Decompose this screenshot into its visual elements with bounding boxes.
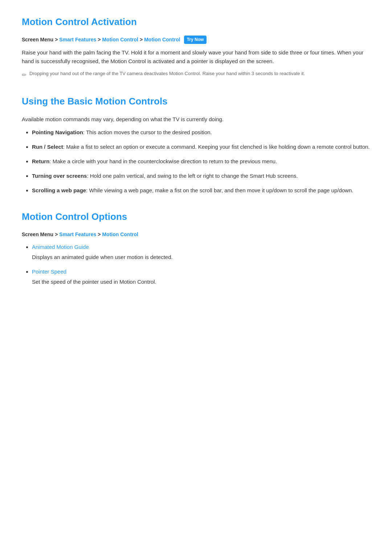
activation-note-text: Dropping your hand out of the range of t… — [29, 70, 305, 78]
options-breadcrumb-smart-features[interactable]: Smart Features — [59, 230, 96, 238]
term-return: Return — [32, 158, 49, 164]
pointer-speed-desc: Set the speed of the pointer used in Mot… — [32, 278, 370, 286]
basic-intro: Available motion commands may vary, depe… — [22, 115, 370, 124]
term-pointing: Pointing Navigation — [32, 129, 83, 135]
activation-section: Motion Control Activation Screen Menu > … — [22, 15, 370, 79]
breadcrumb-motion-control-1[interactable]: Motion Control — [102, 36, 138, 44]
options-breadcrumb-screen-menu: Screen Menu — [22, 230, 53, 238]
pointer-speed-link[interactable]: Pointer Speed — [32, 268, 66, 275]
basic-section: Using the Basic Motion Controls Availabl… — [22, 94, 370, 195]
breadcrumb-motion-control-2[interactable]: Motion Control — [144, 36, 180, 44]
term-run: Run / Select — [32, 144, 63, 150]
activation-breadcrumb: Screen Menu > Smart Features > Motion Co… — [22, 36, 370, 44]
options-sep-2: > — [98, 230, 101, 238]
breadcrumb-screen-menu: Screen Menu — [22, 36, 53, 44]
list-item-animated-guide: Animated Motion Guide Displays an animat… — [32, 243, 370, 262]
breadcrumb-smart-features[interactable]: Smart Features — [59, 36, 96, 44]
term-return-desc: : Make a circle with your hand in the co… — [49, 158, 277, 164]
options-breadcrumb-motion-control[interactable]: Motion Control — [102, 230, 138, 238]
activation-note: ✏ Dropping your hand out of the range of… — [22, 70, 370, 80]
list-item-run: Run / Select: Make a fist to select an o… — [32, 143, 370, 151]
list-item-pointer-speed: Pointer Speed Set the speed of the point… — [32, 267, 370, 286]
animated-guide-desc: Displays an animated guide when user mot… — [32, 253, 370, 262]
term-pointing-desc: : This action moves the cursor to the de… — [83, 129, 212, 135]
breadcrumb-sep-2: > — [98, 36, 101, 44]
options-list: Animated Motion Guide Displays an animat… — [32, 243, 370, 286]
term-scrolling: Scrolling a web page — [32, 187, 86, 193]
options-sep-1: > — [55, 230, 58, 238]
options-breadcrumb: Screen Menu > Smart Features > Motion Co… — [22, 230, 370, 238]
term-turning: Turning over screens — [32, 173, 87, 179]
try-now-badge[interactable]: Try Now — [184, 36, 207, 44]
activation-body: Raise your hand with the palm facing the… — [22, 48, 370, 66]
animated-motion-guide-link[interactable]: Animated Motion Guide — [32, 244, 89, 250]
list-item-scrolling: Scrolling a web page: While viewing a we… — [32, 186, 370, 195]
term-scrolling-desc: : While viewing a web page, make a fist … — [86, 187, 353, 193]
list-item-return: Return: Make a circle with your hand in … — [32, 157, 370, 166]
basic-list: Pointing Navigation: This action moves t… — [32, 128, 370, 195]
breadcrumb-sep-3: > — [140, 36, 143, 44]
options-section: Motion Control Options Screen Menu > Sma… — [22, 209, 370, 286]
list-item-turning: Turning over screens: Hold one palm vert… — [32, 172, 370, 180]
list-item-pointing: Pointing Navigation: This action moves t… — [32, 128, 370, 137]
term-run-desc: : Make a fist to select an option or exe… — [63, 144, 370, 150]
basic-title: Using the Basic Motion Controls — [22, 94, 370, 109]
term-turning-desc: : Hold one palm vertical, and swing to t… — [87, 173, 298, 179]
breadcrumb-sep-1: > — [55, 36, 58, 44]
activation-title: Motion Control Activation — [22, 15, 370, 30]
note-pencil-icon: ✏ — [22, 70, 26, 80]
options-title: Motion Control Options — [22, 209, 370, 225]
